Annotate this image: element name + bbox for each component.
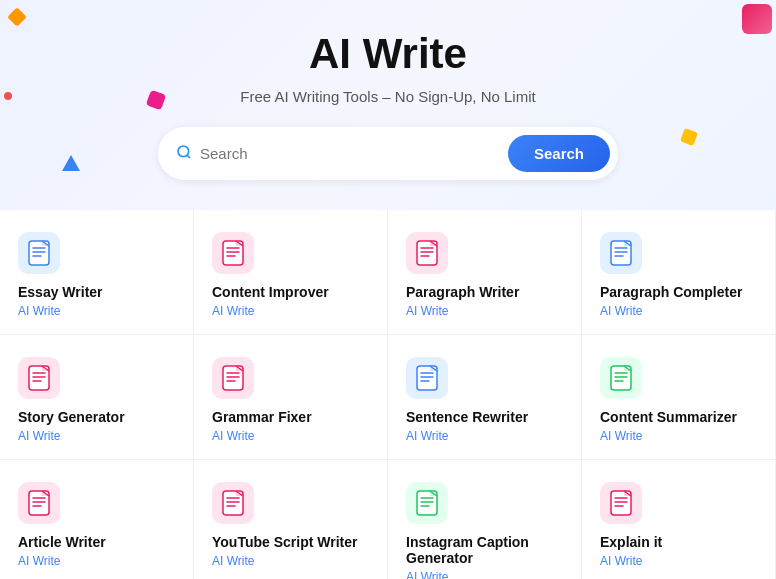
tool-card[interactable]: YouTube Script WriterAI Write — [194, 460, 388, 579]
tool-name: Article Writer — [18, 534, 175, 550]
tool-card[interactable]: Instagram Caption GeneratorAI Write — [388, 460, 582, 579]
tool-icon — [212, 482, 254, 524]
tool-card[interactable]: Story GeneratorAI Write — [0, 335, 194, 460]
tool-card[interactable]: Explain itAI Write — [582, 460, 776, 579]
tool-name: Explain it — [600, 534, 757, 550]
search-input[interactable] — [200, 145, 508, 162]
tool-icon — [18, 232, 60, 274]
tool-card[interactable]: Content ImproverAI Write — [194, 210, 388, 335]
svg-point-0 — [178, 146, 189, 157]
tool-name: Paragraph Completer — [600, 284, 757, 300]
tool-source: AI Write — [406, 304, 563, 318]
header-section: AI Write Free AI Writing Tools – No Sign… — [0, 0, 776, 210]
tool-icon — [212, 232, 254, 274]
tool-source: AI Write — [212, 429, 369, 443]
tool-icon — [600, 232, 642, 274]
deco-yellow — [680, 128, 698, 146]
page-title: AI Write — [20, 30, 756, 78]
tool-name: Story Generator — [18, 409, 175, 425]
deco-cube — [742, 4, 772, 34]
search-button[interactable]: Search — [508, 135, 610, 172]
tool-name: Instagram Caption Generator — [406, 534, 563, 566]
tool-icon — [406, 232, 448, 274]
tool-name: Content Summarizer — [600, 409, 757, 425]
tool-card[interactable]: Essay WriterAI Write — [0, 210, 194, 335]
tool-source: AI Write — [600, 554, 757, 568]
tool-source: AI Write — [600, 304, 757, 318]
tool-source: AI Write — [212, 304, 369, 318]
tool-card[interactable]: Sentence RewriterAI Write — [388, 335, 582, 460]
tool-icon — [18, 357, 60, 399]
deco-red-dot — [4, 92, 12, 100]
tool-icon — [600, 482, 642, 524]
tool-source: AI Write — [212, 554, 369, 568]
tool-source: AI Write — [406, 570, 563, 579]
tool-card[interactable]: Paragraph CompleterAI Write — [582, 210, 776, 335]
tool-card[interactable]: Paragraph WriterAI Write — [388, 210, 582, 335]
deco-orange — [7, 7, 27, 27]
tool-name: Paragraph Writer — [406, 284, 563, 300]
tool-icon — [406, 482, 448, 524]
tool-card[interactable]: Grammar FixerAI Write — [194, 335, 388, 460]
tools-grid: Essay WriterAI Write Content ImproverAI … — [0, 210, 776, 579]
tool-icon — [406, 357, 448, 399]
tool-name: Grammar Fixer — [212, 409, 369, 425]
tool-name: Essay Writer — [18, 284, 175, 300]
deco-blue-triangle — [62, 155, 80, 171]
svg-line-1 — [187, 155, 190, 158]
tool-icon — [212, 357, 254, 399]
tool-card[interactable]: Content SummarizerAI Write — [582, 335, 776, 460]
header-subtitle: Free AI Writing Tools – No Sign-Up, No L… — [20, 88, 756, 105]
tool-icon — [18, 482, 60, 524]
search-icon — [176, 144, 192, 164]
tool-icon — [600, 357, 642, 399]
tool-source: AI Write — [18, 429, 175, 443]
tool-source: AI Write — [18, 554, 175, 568]
tool-name: Content Improver — [212, 284, 369, 300]
search-bar: Search — [158, 127, 618, 180]
tool-card[interactable]: Article WriterAI Write — [0, 460, 194, 579]
tool-source: AI Write — [18, 304, 175, 318]
tool-name: YouTube Script Writer — [212, 534, 369, 550]
tool-source: AI Write — [600, 429, 757, 443]
tool-source: AI Write — [406, 429, 563, 443]
tool-name: Sentence Rewriter — [406, 409, 563, 425]
